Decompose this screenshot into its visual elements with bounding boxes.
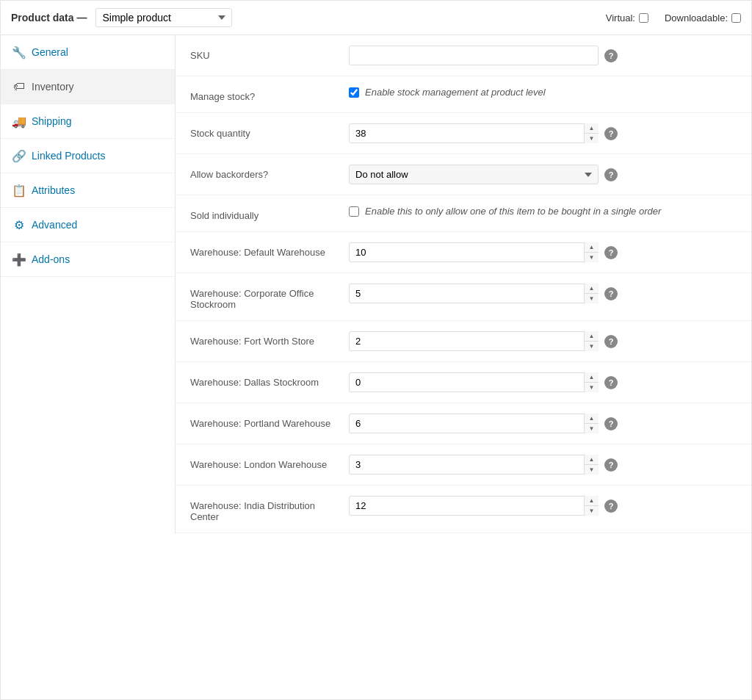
sold-individually-label: Sold individually <box>190 206 337 221</box>
warehouse-help-0[interactable]: ? <box>604 246 618 259</box>
warehouse-label-2: Warehouse: Fort Worth Store <box>190 331 337 347</box>
sidebar-item-linked-products[interactable]: 🔗 Linked Products <box>1 139 175 173</box>
sidebar-label-attributes: Attributes <box>32 184 75 196</box>
warehouse-input-wrap-4: ▲▼ <box>349 414 599 433</box>
stock-quantity-down[interactable]: ▼ <box>585 134 599 143</box>
warehouse-help-3[interactable]: ? <box>604 376 618 389</box>
allow-backorders-control: Do not allow Allow, but notify customer … <box>349 165 737 184</box>
warehouse-up-5[interactable]: ▲ <box>585 455 599 465</box>
warehouse-input-2[interactable] <box>349 331 599 351</box>
sidebar-item-general[interactable]: 🔧 General <box>1 35 175 70</box>
warehouse-spinners-5: ▲▼ <box>584 455 599 475</box>
sold-individually-control: Enable this to only allow one of this it… <box>349 206 737 217</box>
stock-quantity-up[interactable]: ▲ <box>585 123 599 134</box>
sidebar-label-advanced: Advanced <box>32 219 77 231</box>
warehouse-label-5: Warehouse: London Warehouse <box>190 455 337 470</box>
link-icon: 🔗 <box>12 149 26 162</box>
sidebar-item-addons[interactable]: ➕ Add-ons <box>1 242 175 277</box>
warehouse-row-3: Warehouse: Dallas Stockroom▲▼? <box>176 362 751 403</box>
warehouse-input-wrap-5: ▲▼ <box>349 455 599 475</box>
warehouse-down-6[interactable]: ▼ <box>585 506 599 516</box>
sidebar-item-inventory[interactable]: 🏷 Inventory <box>1 70 175 104</box>
sidebar: 🔧 General 🏷 Inventory 🚚 Shipping 🔗 Linke… <box>1 35 176 533</box>
warehouse-input-4[interactable] <box>349 414 599 433</box>
warehouse-spinners-6: ▲▼ <box>584 496 599 516</box>
sold-individually-row: Sold individually Enable this to only al… <box>176 195 751 232</box>
warehouse-down-3[interactable]: ▼ <box>585 383 599 392</box>
truck-icon: 🚚 <box>12 115 26 128</box>
allow-backorders-help-icon[interactable]: ? <box>604 168 618 181</box>
sidebar-item-shipping[interactable]: 🚚 Shipping <box>1 104 175 139</box>
warehouse-help-4[interactable]: ? <box>604 417 618 430</box>
manage-stock-control: Enable stock management at product level <box>349 87 737 98</box>
sidebar-label-addons: Add-ons <box>32 253 70 265</box>
warehouse-control-6: ▲▼? <box>349 496 737 516</box>
warehouse-input-wrap-1: ▲▼ <box>349 284 599 303</box>
warehouse-control-5: ▲▼? <box>349 455 737 475</box>
product-type-select[interactable]: Simple product Variable product Grouped … <box>95 8 232 27</box>
sku-row: SKU ? <box>176 35 751 76</box>
sku-help-icon[interactable]: ? <box>604 49 618 62</box>
warehouse-up-2[interactable]: ▲ <box>585 331 599 342</box>
warehouse-help-6[interactable]: ? <box>604 499 618 513</box>
warehouse-input-0[interactable] <box>349 242 599 262</box>
warehouse-up-0[interactable]: ▲ <box>585 242 599 253</box>
sold-individually-checkbox[interactable] <box>349 206 359 217</box>
warehouse-row-6: Warehouse: India Distribution Center▲▼? <box>176 486 751 533</box>
warehouse-down-2[interactable]: ▼ <box>585 342 599 351</box>
warehouse-input-wrap-2: ▲▼ <box>349 331 599 351</box>
warehouse-row-5: Warehouse: London Warehouse▲▼? <box>176 444 751 486</box>
warehouse-up-6[interactable]: ▲ <box>585 496 599 506</box>
warehouse-row-2: Warehouse: Fort Worth Store▲▼? <box>176 321 751 362</box>
manage-stock-checkbox[interactable] <box>349 87 359 98</box>
allow-backorders-label: Allow backorders? <box>190 165 337 180</box>
sku-label: SKU <box>190 46 337 61</box>
warehouse-down-0[interactable]: ▼ <box>585 253 599 262</box>
main-content: SKU ? Manage stock? Enable stock managem… <box>176 35 751 533</box>
warehouse-input-6[interactable] <box>349 496 599 516</box>
warehouse-help-5[interactable]: ? <box>604 458 618 472</box>
warehouse-input-5[interactable] <box>349 455 599 475</box>
warehouse-help-1[interactable]: ? <box>604 287 618 300</box>
warehouse-down-5[interactable]: ▼ <box>585 465 599 475</box>
manage-stock-checkbox-label: Enable stock management at product level <box>365 87 546 98</box>
warehouse-down-4[interactable]: ▼ <box>585 424 599 433</box>
virtual-label[interactable]: Virtual: <box>606 12 648 24</box>
warehouse-help-2[interactable]: ? <box>604 335 618 348</box>
warehouse-control-4: ▲▼? <box>349 414 737 433</box>
gear-icon: ⚙ <box>12 218 26 231</box>
stock-quantity-label: Stock quantity <box>190 123 337 139</box>
downloadable-checkbox[interactable] <box>731 13 741 23</box>
warehouse-up-4[interactable]: ▲ <box>585 414 599 424</box>
product-data-panel: Product data — Simple product Variable p… <box>0 0 752 700</box>
virtual-checkbox[interactable] <box>639 13 648 23</box>
wrench-icon: 🔧 <box>12 46 26 59</box>
allow-backorders-select[interactable]: Do not allow Allow, but notify customer … <box>349 165 599 184</box>
warehouse-input-3[interactable] <box>349 372 599 392</box>
panel-title: Product data — <box>11 12 87 24</box>
warehouse-control-1: ▲▼? <box>349 284 737 303</box>
downloadable-label[interactable]: Downloadable: <box>665 12 741 24</box>
sku-input[interactable] <box>349 46 599 65</box>
warehouse-rows: Warehouse: Default Warehouse▲▼?Warehouse… <box>176 232 751 533</box>
warehouse-up-1[interactable]: ▲ <box>585 284 599 294</box>
warehouse-label-3: Warehouse: Dallas Stockroom <box>190 372 337 388</box>
sidebar-label-shipping: Shipping <box>32 115 72 127</box>
sidebar-item-advanced[interactable]: ⚙ Advanced <box>1 208 175 242</box>
warehouse-label-4: Warehouse: Portland Warehouse <box>190 414 337 429</box>
stock-quantity-input[interactable] <box>349 123 599 143</box>
stock-quantity-input-wrap: ▲ ▼ <box>349 123 599 143</box>
warehouse-input-1[interactable] <box>349 284 599 303</box>
sku-control: ? <box>349 46 737 65</box>
panel-body: 🔧 General 🏷 Inventory 🚚 Shipping 🔗 Linke… <box>1 35 751 533</box>
warehouse-row-1: Warehouse: Corporate Office Stockroom▲▼? <box>176 273 751 321</box>
allow-backorders-row: Allow backorders? Do not allow Allow, bu… <box>176 154 751 195</box>
warehouse-input-wrap-0: ▲▼ <box>349 242 599 262</box>
warehouse-up-3[interactable]: ▲ <box>585 372 599 383</box>
stock-quantity-help-icon[interactable]: ? <box>604 127 618 140</box>
sidebar-item-attributes[interactable]: 📋 Attributes <box>1 173 175 208</box>
warehouse-down-1[interactable]: ▼ <box>585 294 599 303</box>
panel-header: Product data — Simple product Variable p… <box>1 1 751 35</box>
list-icon: 📋 <box>12 184 26 197</box>
warehouse-spinners-0: ▲▼ <box>584 242 599 262</box>
